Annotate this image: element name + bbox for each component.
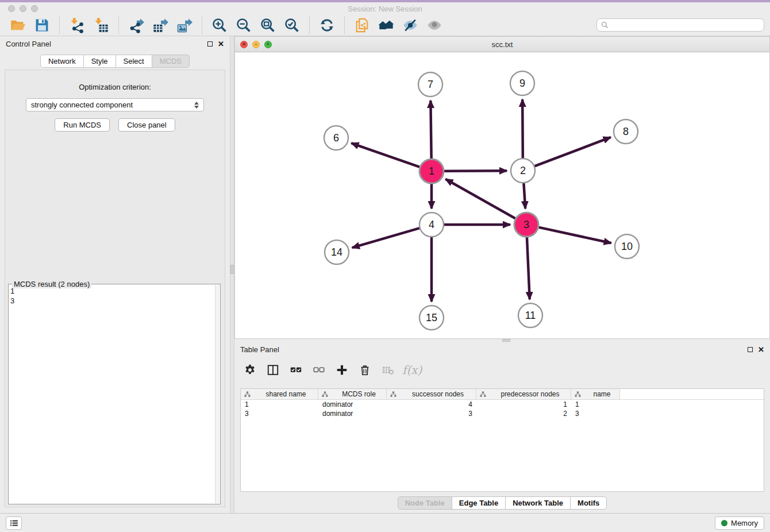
settings-gear-icon[interactable]: [241, 361, 259, 379]
table-cell[interactable]: 4: [387, 400, 476, 409]
vertical-splitter[interactable]: [230, 36, 234, 513]
zoom-selected-icon[interactable]: [283, 16, 301, 34]
graph-edge-2-8[interactable]: [535, 137, 611, 166]
column-header-name[interactable]: name: [571, 389, 620, 399]
hierarchy-icon: [244, 391, 251, 398]
table-cell[interactable]: 3: [387, 409, 476, 418]
tab-select[interactable]: Select: [116, 55, 152, 68]
zoom-out-icon[interactable]: [234, 16, 253, 34]
toolbar-separator: [344, 17, 345, 34]
column-header-successor-nodes[interactable]: successor nodes: [387, 389, 476, 399]
refresh-icon[interactable]: [318, 16, 336, 34]
export-table-icon[interactable]: [151, 16, 170, 34]
table-cell[interactable]: 1: [476, 400, 571, 409]
select-all-checkboxes-icon[interactable]: [287, 361, 305, 379]
zoom-fit-icon[interactable]: [259, 16, 277, 34]
export-image-icon[interactable]: [175, 16, 194, 34]
home-networks-icon[interactable]: [377, 16, 395, 34]
minimize-window-button[interactable]: [20, 5, 26, 12]
hierarchy-icon: [322, 391, 328, 398]
window-titlebar[interactable]: Session: New Session: [0, 2, 770, 15]
close-window-button[interactable]: [8, 5, 15, 12]
float-panel-icon[interactable]: [748, 347, 753, 352]
window-controls: [8, 5, 38, 12]
close-panel-icon[interactable]: ✕: [218, 40, 224, 48]
toolbar-separator: [202, 17, 202, 34]
zoom-window-button[interactable]: [31, 5, 38, 12]
tab-style[interactable]: Style: [83, 55, 116, 68]
optimization-criterion-label: Optimization criterion:: [5, 83, 225, 91]
column-header-shared-name[interactable]: shared name: [241, 389, 318, 399]
hide-eye-slash-icon[interactable]: [401, 16, 419, 34]
zoom-in-icon[interactable]: [210, 16, 229, 34]
graph-edge-3-1[interactable]: [445, 179, 515, 218]
network-view-window: ✕ − + scc.txt 7968124314101511: [234, 36, 770, 339]
hierarchy-icon: [480, 391, 486, 398]
tab-network[interactable]: Network: [40, 55, 84, 68]
import-table-icon[interactable]: [92, 16, 110, 34]
result-scrollbar[interactable]: [215, 285, 220, 503]
network-graph[interactable]: 7968124314101511: [235, 52, 769, 338]
close-panel-icon[interactable]: ✕: [758, 346, 764, 353]
table-cell[interactable]: 1: [571, 400, 620, 409]
tab-node-table[interactable]: Node Table: [398, 496, 452, 510]
toolbar-separator: [59, 17, 60, 34]
mcds-result-box: MCDS result (2 nodes) 1 3: [8, 284, 221, 504]
table-row[interactable]: 3dominator323: [241, 409, 764, 418]
graph-edge-3-10[interactable]: [538, 228, 611, 243]
delete-table-icon[interactable]: [379, 361, 396, 379]
minimize-network-button[interactable]: −: [252, 41, 260, 48]
delete-column-icon[interactable]: [356, 361, 374, 379]
task-history-button[interactable]: [6, 516, 22, 530]
criterion-select[interactable]: strongly connected component: [26, 98, 204, 111]
table-cell[interactable]: 1: [241, 400, 318, 409]
show-eye-icon[interactable]: [425, 16, 444, 34]
table-cell[interactable]: dominator: [318, 400, 387, 409]
search-field[interactable]: [596, 18, 764, 32]
import-network-icon[interactable]: [68, 16, 86, 34]
graph-edge-1-6[interactable]: [351, 143, 419, 167]
deselect-all-checkboxes-icon[interactable]: [310, 361, 328, 379]
tab-motifs[interactable]: Motifs: [570, 496, 607, 510]
toolbar-separator: [309, 17, 310, 34]
close-panel-button[interactable]: Close panel: [118, 118, 175, 132]
export-network-icon[interactable]: [127, 16, 145, 34]
memory-button[interactable]: Memory: [715, 516, 764, 530]
add-column-icon[interactable]: [333, 361, 351, 379]
table-cell[interactable]: dominator: [318, 409, 387, 418]
save-session-icon[interactable]: [33, 16, 51, 34]
float-panel-icon[interactable]: [207, 41, 213, 47]
table-cell[interactable]: 3: [571, 409, 620, 418]
network-canvas[interactable]: 7968124314101511: [235, 52, 769, 338]
maximize-network-button[interactable]: +: [264, 41, 272, 48]
graph-edge-1-7[interactable]: [430, 101, 431, 159]
close-network-button[interactable]: ✕: [240, 41, 248, 48]
graph-edge-2-9[interactable]: [522, 99, 523, 158]
run-mcds-button[interactable]: Run MCDS: [55, 118, 110, 132]
graph-edge-3-11[interactable]: [527, 237, 530, 299]
table-cell[interactable]: 2: [476, 409, 571, 418]
graph-edge-1-2[interactable]: [444, 171, 507, 171]
table-cell[interactable]: 3: [241, 409, 318, 418]
table-panel: Table Panel ✕ f(x) shared nameMCDS roles…: [234, 342, 770, 513]
graph-node-label: 11: [525, 310, 536, 321]
column-header-MCDS-role[interactable]: MCDS role: [318, 389, 387, 399]
graph-edge-4-14[interactable]: [352, 228, 419, 248]
clone-network-icon[interactable]: [353, 16, 371, 34]
splitter-grip[interactable]: [230, 265, 234, 274]
network-window-titlebar[interactable]: ✕ − + scc.txt: [235, 37, 769, 52]
tab-network-table[interactable]: Network Table: [505, 496, 571, 510]
split-columns-icon[interactable]: [264, 361, 282, 379]
graph-node-label: 15: [426, 312, 437, 323]
column-header-predecessor-nodes[interactable]: predecessor nodes: [476, 389, 571, 399]
search-input[interactable]: [611, 21, 760, 29]
table-row[interactable]: 1dominator411: [241, 400, 764, 409]
tab-edge-table[interactable]: Edge Table: [452, 496, 506, 510]
tab-mcds[interactable]: MCDS: [152, 55, 190, 68]
graph-node-label: 2: [520, 165, 526, 176]
function-builder-icon[interactable]: f(x): [402, 363, 422, 377]
open-file-icon[interactable]: [9, 16, 27, 34]
node-table[interactable]: shared nameMCDS rolesuccessor nodesprede…: [240, 388, 764, 492]
graph-node-label: 10: [621, 241, 633, 252]
graph-edge-2-3[interactable]: [523, 183, 525, 209]
